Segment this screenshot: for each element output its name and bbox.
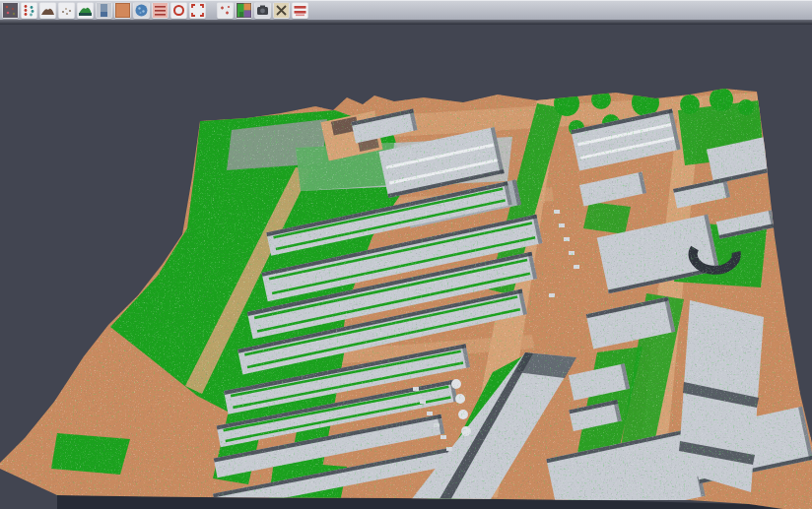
tool-fence-select[interactable] <box>189 2 206 19</box>
tool-edit-points[interactable] <box>217 2 234 19</box>
tool-terrain-green[interactable] <box>77 2 94 19</box>
camera-icon <box>255 3 270 18</box>
sparse-points-icon <box>59 3 74 18</box>
toolbar <box>0 0 812 20</box>
tool-delete-cross[interactable] <box>273 2 290 19</box>
class-points-icon <box>22 3 36 18</box>
tool-remove-lines[interactable] <box>292 2 308 19</box>
delete-cross-icon <box>274 3 289 18</box>
tool-camera[interactable] <box>254 2 271 19</box>
tool-terrain-brown[interactable] <box>39 2 56 19</box>
tool-ground-class[interactable] <box>114 2 131 19</box>
terrain-brown-icon <box>40 3 55 18</box>
app-window <box>0 0 812 509</box>
ground-class-icon <box>115 3 130 18</box>
profile-lines-icon <box>153 3 168 18</box>
globe-icon <box>134 3 149 18</box>
remove-lines-icon <box>293 3 307 18</box>
profile-column-icon <box>97 3 111 18</box>
dark-points-icon <box>3 3 18 18</box>
tool-circle-select[interactable] <box>170 2 187 19</box>
classification-palette-icon <box>237 3 251 18</box>
3d-viewport[interactable] <box>0 25 812 509</box>
tool-dark-points[interactable] <box>2 2 19 19</box>
tool-sparse-points[interactable] <box>58 2 75 19</box>
tool-globe[interactable] <box>133 2 150 19</box>
circle-select-icon <box>171 3 186 18</box>
point-cloud-scene <box>0 25 812 509</box>
tool-classification-palette[interactable] <box>236 2 252 19</box>
fence-select-icon <box>190 3 205 18</box>
tool-profile-column[interactable] <box>96 2 112 19</box>
edit-points-icon <box>218 3 233 18</box>
terrain-green-icon <box>78 3 93 18</box>
tool-class-points[interactable] <box>21 2 37 19</box>
tool-profile-lines[interactable] <box>152 2 169 19</box>
